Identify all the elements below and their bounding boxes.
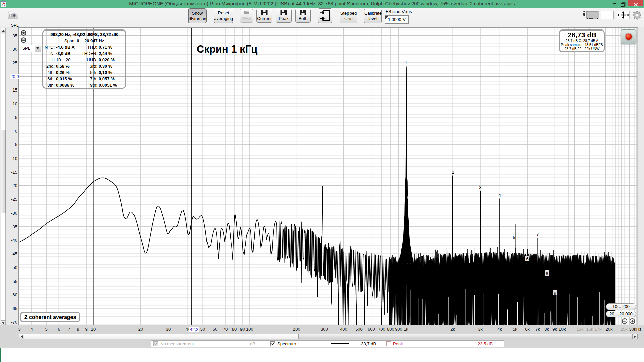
svg-text:5: 5: [513, 235, 515, 240]
svg-text:2: 2: [452, 170, 454, 175]
svg-text:9: 9: [554, 291, 556, 296]
svg-text:6: 6: [526, 256, 528, 261]
svg-text:1: 1: [405, 60, 407, 65]
svg-text:4: 4: [498, 193, 501, 198]
svg-text:3: 3: [479, 185, 481, 190]
svg-text:8: 8: [546, 271, 548, 276]
svg-text:7: 7: [536, 232, 539, 237]
